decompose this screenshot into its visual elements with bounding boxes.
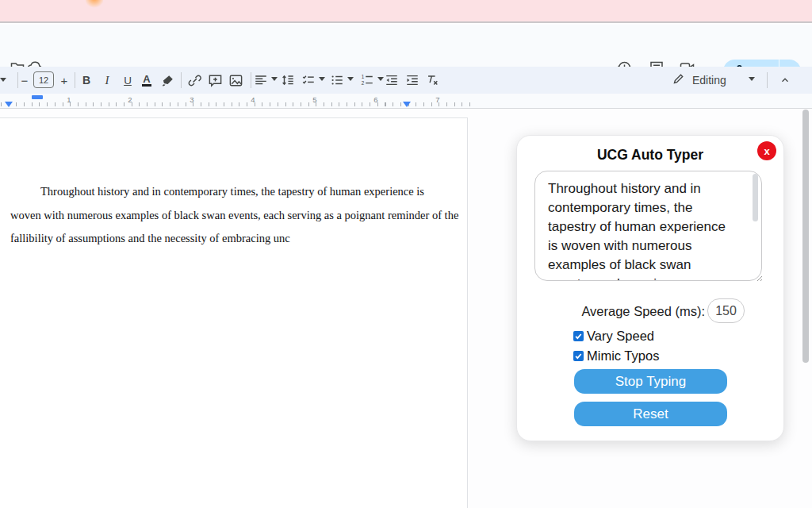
notification-glow [86, 0, 103, 8]
left-indent-marker[interactable] [5, 102, 13, 107]
bold-button[interactable]: B [76, 71, 97, 90]
document-line: Throughout history and in contemporary t… [10, 180, 423, 204]
pencil-icon [672, 72, 685, 88]
speed-label: Average Speed (ms): [565, 304, 705, 319]
document-text: Throughout history and in contemporary t… [10, 180, 423, 251]
vary-speed-label: Vary Speed [587, 329, 654, 344]
document-line: fallibility of assumptions and the neces… [10, 227, 423, 251]
italic-button[interactable]: I [97, 71, 117, 90]
mimic-typos-checkbox[interactable] [573, 351, 584, 361]
increase-indent-button[interactable] [404, 71, 421, 90]
stop-typing-button[interactable]: Stop Typing [574, 369, 727, 394]
speed-input[interactable] [707, 298, 745, 323]
vary-speed-row[interactable]: Vary Speed [573, 329, 654, 344]
decrease-indent-button[interactable] [383, 71, 400, 90]
styles-caret-icon[interactable] [0, 78, 6, 82]
numbered-list-button[interactable]: 1 2 [358, 71, 376, 90]
mode-caret-icon[interactable] [749, 77, 755, 81]
insert-image-button[interactable] [225, 71, 246, 90]
align-left-button[interactable] [252, 71, 270, 90]
mimic-typos-row[interactable]: Mimic Typos [573, 348, 659, 364]
mimic-typos-label: Mimic Typos [587, 348, 659, 364]
document-page[interactable]: Throughout history and in contemporary t… [0, 117, 468, 508]
document-line: woven with numerous examples of black sw… [10, 204, 423, 228]
ruler-number: 4 [251, 95, 255, 104]
underline-button[interactable]: U [117, 71, 138, 90]
mode-label: Editing [692, 74, 726, 87]
font-size-input[interactable]: 12 [33, 71, 54, 88]
checklist-caret-icon[interactable] [319, 77, 325, 81]
separator [75, 72, 75, 88]
font-size-decrease-button[interactable]: − [14, 71, 35, 90]
collapse-toolbar-button[interactable] [776, 71, 795, 90]
font-size-increase-button[interactable]: + [54, 71, 75, 90]
ruler: 1 2 3 4 5 6 7 [0, 94, 812, 109]
right-indent-marker[interactable] [403, 102, 411, 107]
svg-text:2: 2 [362, 80, 365, 86]
ruler-number: 2 [128, 95, 132, 104]
docs-toolbar: − 12 + B I U A [0, 67, 812, 94]
panel-title: UCG Auto Typer [517, 147, 783, 164]
page-scrollbar[interactable] [802, 110, 809, 363]
docs-header: Share [0, 25, 812, 67]
align-caret-icon[interactable] [271, 77, 278, 81]
ruler-number: 1 [67, 95, 71, 104]
text-color-button[interactable]: A [136, 71, 157, 90]
text-color-label: A [142, 74, 151, 87]
ruler-number: 6 [373, 95, 377, 104]
ruler-number: 7 [435, 95, 439, 104]
separator [767, 72, 768, 88]
browser-strip [0, 0, 812, 23]
line-spacing-button[interactable] [279, 71, 297, 90]
vary-speed-checkbox[interactable] [573, 331, 584, 341]
first-line-indent-marker[interactable] [32, 95, 43, 99]
reset-button[interactable]: Reset [574, 402, 727, 426]
bulleted-list-caret-icon[interactable] [347, 77, 354, 81]
separator [181, 72, 182, 88]
separator [251, 72, 251, 88]
checklist-button[interactable] [300, 71, 317, 90]
ruler-ticks [1, 102, 470, 106]
bulleted-list-button[interactable] [328, 71, 346, 90]
ruler-number: 3 [190, 95, 193, 104]
clear-formatting-button[interactable] [423, 71, 441, 90]
highlight-color-button[interactable] [157, 71, 178, 90]
mode-selector[interactable]: Editing [672, 71, 726, 90]
ruler-number: 5 [312, 95, 316, 104]
svg-text:1: 1 [362, 74, 365, 79]
auto-typer-panel: UCG Auto Typer x Throughout history and … [516, 135, 784, 441]
typer-textarea[interactable]: Throughout history and in contemporary t… [534, 171, 762, 281]
add-comment-button[interactable] [205, 71, 225, 90]
close-button[interactable]: x [757, 141, 776, 160]
insert-link-button[interactable] [184, 71, 205, 90]
